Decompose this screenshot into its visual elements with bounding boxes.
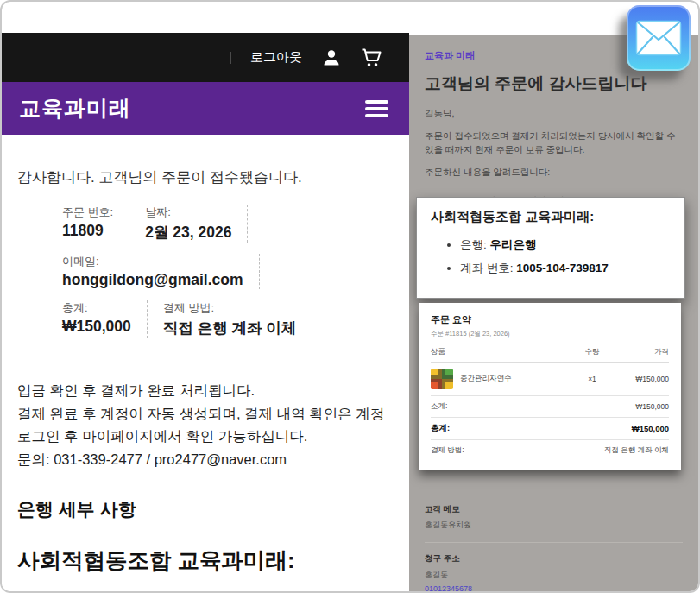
summary-total-row: 총계: ₩150,000 <box>431 417 669 439</box>
memo-text: 홍길동유치원 <box>425 520 683 531</box>
order-date-value: 2월 23, 2026 <box>145 222 231 243</box>
envelope-icon[interactable] <box>627 5 691 71</box>
site-header: 교육과미래 <box>2 82 409 135</box>
callout-account-value: 1005-104-739817 <box>516 262 609 274</box>
customer-memo-section: 고객 메모 홍길동유치원 <box>425 504 683 531</box>
contact-line: 문의: 031-339-2477 / pro2477@naver.com <box>17 448 394 471</box>
col-price: 가격 <box>614 347 669 357</box>
order-date-label: 날짜: <box>145 205 231 220</box>
billing-heading: 청구 주소 <box>425 553 683 565</box>
coop-name-heading: 사회적협동조합 교육과미래: <box>17 546 394 576</box>
callout-bank-value: 우리은행 <box>490 238 537 251</box>
hamburger-menu-icon[interactable] <box>362 97 392 121</box>
storefront-panel: 로그아웃 교육과미래 감사합니다. 고객님의 주문이 접수됐습니다. <box>2 33 409 591</box>
col-product: 상품 <box>431 347 571 357</box>
subtotal-value: ₩150,000 <box>635 402 669 411</box>
callout-heading: 사회적협동조합 교육과미래: <box>431 209 671 225</box>
order-email-label: 이메일: <box>62 254 243 269</box>
callout-account-item: 계좌 번호: 1005-104-739817 <box>460 261 671 276</box>
payment-row-value: 직접 은행 계좌 이체 <box>604 445 669 456</box>
bank-details-callout: 사회적협동조합 교육과미래: 은행: 우리은행 계좌 번호: 1005-104-… <box>416 197 685 299</box>
logout-link[interactable]: 로그아웃 <box>250 49 302 66</box>
payment-row-label: 결제 방법: <box>431 445 464 456</box>
summary-subtotal-row: 소계: ₩150,000 <box>431 395 669 417</box>
order-total-item: 총계: ₩150,000 <box>62 300 148 338</box>
summary-payment-row: 결제 방법: 직접 은행 계좌 이체 <box>431 439 669 461</box>
order-date-item: 날짜: 2월 23, 2026 <box>145 205 248 243</box>
callout-bank-label: 은행: <box>460 238 487 251</box>
order-received-content: 감사합니다. 고객님의 주문이 접수됐습니다. 주문 번호: 11809 날짜:… <box>2 167 409 593</box>
total-value: ₩150,000 <box>632 424 669 433</box>
person-icon[interactable] <box>321 47 342 68</box>
screenshot-frame: 로그아웃 교육과미래 감사합니다. 고객님의 주문이 접수됐습니다. <box>0 0 700 593</box>
email-preview-panel: 교육과 미래 고객님의 주문에 감사드립니다 길동님, 주문이 접수되었으며 결… <box>409 35 698 591</box>
total-label: 총계: <box>431 423 450 434</box>
email-divider <box>425 542 683 543</box>
order-received-message: 감사합니다. 고객님의 주문이 접수됐습니다. <box>17 167 394 187</box>
cart-icon[interactable] <box>361 47 383 68</box>
product-price: ₩150,000 <box>614 375 669 383</box>
order-summary-title: 주문 요약 <box>431 313 669 326</box>
order-overview-list: 주문 번호: 11809 날짜: 2월 23, 2026 이메일: honggi… <box>62 205 394 350</box>
email-order-intro: 주문하신 내용을 알려드립니다: <box>425 166 683 180</box>
billing-address-section: 청구 주소 홍길동 01012345678 kokoko0@gmail.com <box>425 553 683 591</box>
email-brand-link[interactable]: 교육과 미래 <box>425 49 475 62</box>
topbar-separator <box>230 52 231 64</box>
summary-table-header: 상품 수량 가격 <box>431 347 669 363</box>
site-logo[interactable]: 교육과미래 <box>19 94 131 123</box>
payment-method-label: 결제 방법: <box>163 300 297 316</box>
payment-method-value: 직접 은행 계좌 이체 <box>163 318 297 338</box>
product-thumbnail <box>431 369 453 389</box>
order-summary-subtitle: 주문 #11815 (2월 23, 2026) <box>431 330 669 338</box>
billing-name: 홍길동 <box>425 570 683 581</box>
billing-phone-link[interactable]: 01012345678 <box>425 584 683 591</box>
payment-method-item: 결제 방법: 직접 은행 계좌 이체 <box>163 300 313 338</box>
callout-list: 은행: 우리은행 계좌 번호: 1005-104-739817 <box>460 237 671 276</box>
order-total-label: 총계: <box>62 300 131 316</box>
order-number-item: 주문 번호: 11809 <box>62 205 129 243</box>
email-hold-notice: 주문이 접수되었으며 결제가 처리되었는지 당사에서 확인할 수 있을 때까지 … <box>425 129 683 157</box>
order-total-value: ₩150,000 <box>62 318 131 336</box>
payment-notice: 입금 확인 후 결제가 완료 처리됩니다. 결제 완료 후 계정이 자동 생성되… <box>17 379 394 471</box>
col-quantity: 수량 <box>571 347 614 357</box>
memo-heading: 고객 메모 <box>425 504 683 515</box>
subtotal-label: 소계: <box>431 401 447 412</box>
product-quantity: ×1 <box>571 375 614 383</box>
callout-bank-item: 은행: 우리은행 <box>460 237 671 253</box>
top-navigation-bar: 로그아웃 <box>2 33 409 82</box>
order-email-item: 이메일: honggildong@gmail.com <box>62 254 260 289</box>
summary-product-row: 중간관리자연수 ×1 ₩150,000 <box>431 363 669 395</box>
order-email-value: honggildong@gmail.com <box>62 271 243 289</box>
order-number-value: 11809 <box>62 222 113 240</box>
callout-account-label: 계좌 번호: <box>460 262 514 274</box>
payment-notice-line2: 결제 완료 후 계정이 자동 생성되며, 결제 내역 확인은 계정 로그인 후 … <box>17 402 394 448</box>
email-greeting: 길동님, <box>425 107 683 121</box>
order-summary-card: 주문 요약 주문 #11815 (2월 23, 2026) 상품 수량 가격 중… <box>419 303 681 470</box>
order-number-label: 주문 번호: <box>62 205 113 220</box>
payment-notice-line1: 입금 확인 후 결제가 완료 처리됩니다. <box>17 379 394 402</box>
bank-details-heading: 은행 세부 사항 <box>17 497 394 521</box>
product-name: 중간관리자연수 <box>460 374 512 384</box>
email-title: 고객님의 주문에 감사드립니다 <box>425 73 683 95</box>
